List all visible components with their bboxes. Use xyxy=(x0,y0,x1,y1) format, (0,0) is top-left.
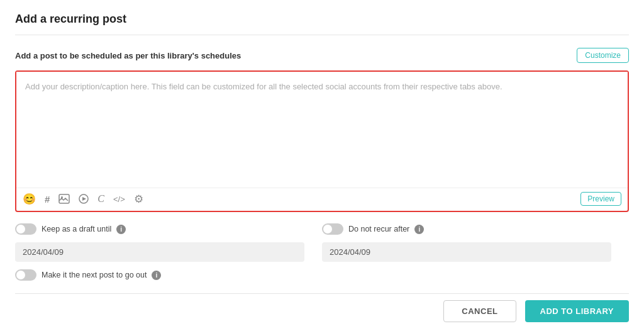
caption-toolbar: 😊 # C </> ⚙ Preview xyxy=(16,188,628,211)
play-icon[interactable] xyxy=(79,194,89,204)
draft-date-input[interactable] xyxy=(15,242,304,262)
caption-textarea[interactable] xyxy=(16,72,628,185)
add-to-library-button[interactable]: ADD TO LIBRARY xyxy=(525,300,630,322)
gear-icon[interactable]: ⚙ xyxy=(134,193,143,206)
draft-toggle-row: Keep as a draft until i xyxy=(15,223,322,235)
emoji-icon[interactable]: 😊 xyxy=(23,193,36,206)
toolbar-icons: 😊 # C </> ⚙ xyxy=(23,193,143,206)
next-post-label: Make it the next post to go out xyxy=(42,271,147,279)
next-post-row: Make it the next post to go out i xyxy=(15,269,629,281)
image-icon[interactable] xyxy=(58,194,70,204)
next-post-toggle-row: Make it the next post to go out i xyxy=(15,269,629,281)
page-title: Add a recurring post xyxy=(15,13,629,35)
recur-date-input[interactable] xyxy=(322,242,611,262)
svg-marker-3 xyxy=(82,197,86,201)
recur-toggle[interactable] xyxy=(322,223,343,235)
hashtag-icon[interactable]: # xyxy=(45,194,50,205)
draft-info-icon[interactable]: i xyxy=(116,225,126,234)
draft-option-col: Keep as a draft until i xyxy=(15,223,322,262)
draft-label: Keep as a draft until xyxy=(42,225,111,233)
options-row: Keep as a draft until i Do not recur aft… xyxy=(15,223,629,262)
next-post-toggle[interactable] xyxy=(15,269,36,281)
recur-label: Do not recur after xyxy=(348,225,409,233)
customize-button[interactable]: Customize xyxy=(577,48,629,63)
draft-toggle[interactable] xyxy=(15,223,36,235)
next-post-info-icon[interactable]: i xyxy=(152,271,161,280)
subtitle-text: Add a post to be scheduled as per this l… xyxy=(15,51,241,60)
subtitle-row: Add a post to be scheduled as per this l… xyxy=(15,48,629,63)
cancel-button[interactable]: CANCEL xyxy=(443,300,516,322)
preview-button[interactable]: Preview xyxy=(580,192,621,206)
code-icon[interactable]: </> xyxy=(113,194,125,204)
refresh-icon[interactable]: C xyxy=(97,193,104,205)
caption-wrapper: 😊 # C </> ⚙ Preview xyxy=(15,70,629,212)
footer-row: CANCEL ADD TO LIBRARY xyxy=(15,293,629,322)
recur-option-col: Do not recur after i xyxy=(322,223,629,262)
recur-info-icon[interactable]: i xyxy=(414,225,424,234)
recur-toggle-row: Do not recur after i xyxy=(322,223,629,235)
